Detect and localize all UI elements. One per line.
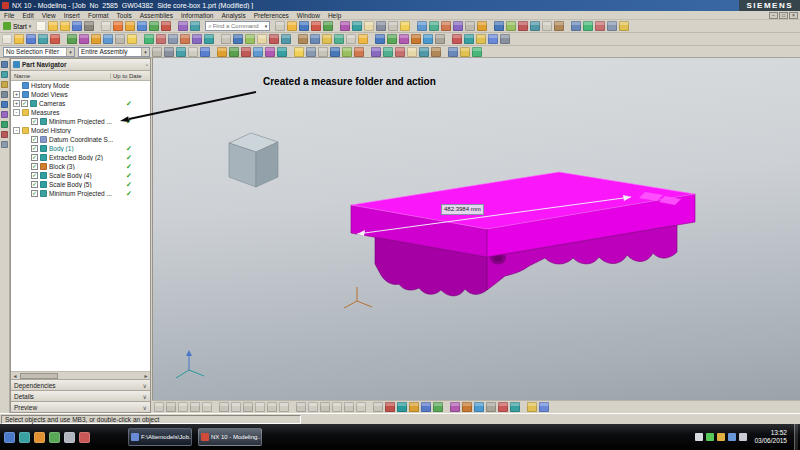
toolbar-icon[interactable] [178,21,188,31]
toolbar-icon[interactable] [450,402,460,412]
toolbar-icon[interactable] [356,402,366,412]
toolbar-icon[interactable] [464,34,474,44]
checkbox-checked-icon[interactable] [31,172,38,179]
toolbar-icon[interactable] [241,47,251,57]
toolbar-icon[interactable] [101,21,111,31]
toolbar-icon[interactable] [320,402,330,412]
menu-item[interactable]: Format [84,12,113,19]
toolbar-icon[interactable] [453,21,463,31]
toolbar-icon[interactable] [474,402,484,412]
resource-bar-icon[interactable] [1,141,8,148]
tree-item[interactable]: Extracted Body (2) ✓ [11,153,150,162]
toolbar-icon[interactable] [539,402,549,412]
toolbar-icon[interactable] [161,21,171,31]
tray-icon[interactable] [717,433,725,441]
toolbar-icon[interactable] [190,21,200,31]
toolbar-icon[interactable] [486,402,496,412]
toolbar-icon[interactable] [38,34,48,44]
toolbar-icon[interactable] [154,402,164,412]
toolbar-icon[interactable] [358,34,368,44]
tree-expander-icon[interactable]: + [13,100,20,107]
tree-expander-icon[interactable]: - [13,127,20,134]
tray-icon[interactable] [739,433,747,441]
toolbar-icon[interactable] [50,34,60,44]
toolbar-icon[interactable] [510,402,520,412]
menu-item[interactable]: Information [177,12,218,19]
toolbar-icon[interactable] [387,34,397,44]
toolbar-icon[interactable] [113,21,123,31]
toolbar-icon[interactable] [417,21,427,31]
toolbar-icon[interactable] [267,402,277,412]
toolbar-icon[interactable] [229,47,239,57]
checkbox-checked-icon[interactable] [31,145,38,152]
toolbar-icon[interactable] [221,34,231,44]
resource-bar-icon[interactable] [1,81,8,88]
toolbar-icon[interactable] [200,47,210,57]
toolbar-icon[interactable] [103,34,113,44]
toolbar-icon[interactable] [506,21,516,31]
toolbar-icon[interactable] [277,47,287,57]
quick-launch-icon[interactable] [4,432,15,443]
toolbar-icon[interactable] [364,21,374,31]
toolbar-icon[interactable] [265,47,275,57]
toolbar-icon[interactable] [332,402,342,412]
toolbar-icon[interactable] [281,34,291,44]
toolbar-icon[interactable] [352,21,362,31]
toolbar-icon[interactable] [296,402,306,412]
tray-icon[interactable] [706,433,714,441]
toolbar-icon[interactable] [144,34,154,44]
checkbox-checked-icon[interactable] [31,181,38,188]
taskbar-window-button[interactable]: F:\Altemodels\Job... [128,428,192,446]
toolbar-icon[interactable] [472,47,482,57]
checkbox-checked-icon[interactable] [31,190,38,197]
resource-bar-icon[interactable] [1,71,8,78]
column-name[interactable]: Name [11,73,111,79]
quick-launch-icon[interactable] [34,432,45,443]
tree-item[interactable]: Minimum Projected ... ✓ [11,117,150,126]
toolbar-icon[interactable] [217,47,227,57]
toolbar-icon[interactable] [231,402,241,412]
scroll-right-icon[interactable]: ► [142,373,150,379]
toolbar-icon[interactable] [407,47,417,57]
datum-csys-triad[interactable] [344,287,372,308]
toolbar-icon[interactable] [419,47,429,57]
toolbar-icon[interactable] [342,47,352,57]
toolbar-icon[interactable] [330,47,340,57]
toolbar-icon[interactable] [431,47,441,57]
toolbar-icon[interactable] [202,402,212,412]
resource-bar-icon[interactable] [1,131,8,138]
selection-scope-dropdown[interactable]: Entire Assembly ▾ [78,47,150,57]
tree-item[interactable]: Block (3) ✓ [11,162,150,171]
toolbar-icon[interactable] [125,21,135,31]
column-up-to-date[interactable]: Up to Date [111,73,150,79]
tree-item[interactable]: Scale Body (5) ✓ [11,180,150,189]
tree-expander-icon[interactable] [23,163,30,170]
tree-expander-icon[interactable] [23,154,30,161]
quick-launch-icon[interactable] [64,432,75,443]
checkbox-checked-icon[interactable] [31,118,38,125]
toolbar-icon[interactable] [334,34,344,44]
menu-item[interactable]: File [0,12,18,19]
menu-item[interactable]: Preferences [250,12,293,19]
toolbar-icon[interactable] [429,21,439,31]
toolbar-icon[interactable] [60,21,70,31]
toolbar-icon[interactable] [322,34,332,44]
toolbar-icon[interactable] [168,34,178,44]
toolbar-icon[interactable] [48,21,58,31]
toolbar-icon[interactable] [36,21,46,31]
menu-item[interactable]: Edit [18,12,37,19]
chevron-down-icon[interactable]: ▾ [265,23,268,29]
graphics-window[interactable]: 482.3984 mm [152,58,800,400]
resource-bar-icon[interactable] [1,91,8,98]
toolbar-icon[interactable] [156,34,166,44]
taskbar-clock[interactable]: 13:52 03/06/2015 [750,429,791,445]
toolbar-icon[interactable] [465,21,475,31]
toolbar-icon[interactable] [311,21,321,31]
toolbar-icon[interactable] [530,21,540,31]
toolbar-icon[interactable] [79,34,89,44]
toolbar-icon[interactable] [619,21,629,31]
checkbox-checked-icon[interactable] [31,136,38,143]
toolbar-icon[interactable] [373,402,383,412]
tree-expander-icon[interactable] [23,145,30,152]
menu-item[interactable]: Help [324,12,345,19]
